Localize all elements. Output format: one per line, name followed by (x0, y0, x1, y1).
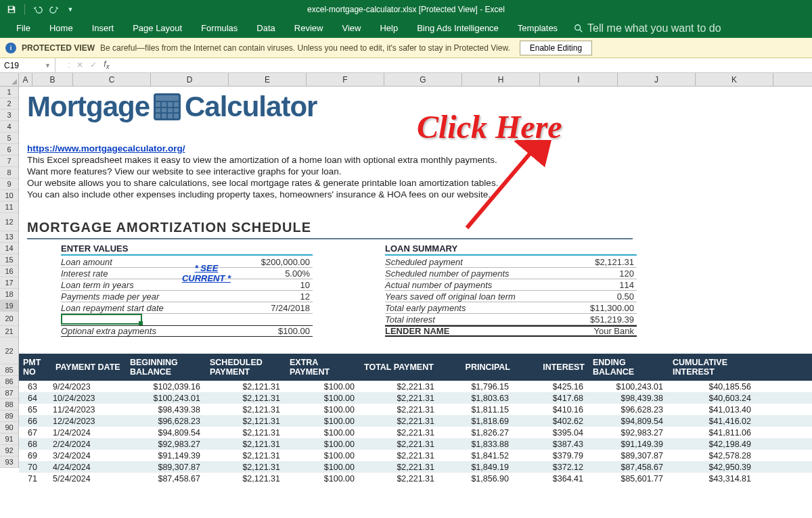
tab-data[interactable]: Data (247, 19, 284, 38)
ev-value[interactable]: $200,000.00 (237, 257, 313, 267)
fx-icon[interactable]: fx (104, 60, 109, 70)
row-header[interactable]: 86 (0, 376, 18, 387)
grid-body[interactable]: Mortgage Calculator https://www.mortgage… (19, 87, 812, 468)
row-header[interactable]: 93 (0, 456, 18, 468)
row-header[interactable]: 87 (0, 387, 18, 399)
row-header[interactable]: 11 (0, 202, 18, 213)
cell-end: $96,628.23 (589, 405, 669, 415)
enter-values-row[interactable]: Loan repayment start date7/24/2018 (61, 302, 313, 314)
row-header[interactable]: 85 (0, 364, 18, 376)
tab-home[interactable]: Home (40, 19, 83, 38)
cell-beg: $87,458.67 (126, 474, 206, 484)
amortization-row[interactable]: 671/24/2024$94,809.54$2,121.31$100.00$2,… (19, 427, 812, 438)
row-header[interactable]: 19 (0, 300, 18, 312)
row-header[interactable]: 13 (0, 231, 18, 243)
enter-values-row[interactable]: Interest rate* SEE CURRENT *5.00% (61, 268, 313, 279)
ls-value: 0.50 (561, 291, 637, 302)
amortization-row[interactable]: 639/24/2023$102,039.16$2,121.31$100.00$2… (19, 381, 812, 392)
ev-value[interactable]: 7/24/2018 (237, 303, 313, 313)
row-header[interactable]: 10 (0, 190, 18, 202)
select-all-triangle[interactable] (0, 73, 19, 86)
redo-icon[interactable] (48, 3, 60, 16)
accept-formula-icon[interactable]: ✓ (90, 60, 97, 70)
tab-page-layout[interactable]: Page Layout (123, 19, 191, 38)
amortization-row[interactable]: 6410/24/2023$100,243.01$2,121.31$100.00$… (19, 392, 812, 404)
optional-extra-row[interactable]: Optional extra payments$100.00 (61, 325, 313, 337)
col-header[interactable]: B (32, 73, 73, 86)
row-header[interactable]: 21 (0, 326, 18, 337)
amortization-row[interactable]: 6511/24/2023$98,439.38$2,121.31$100.00$2… (19, 404, 812, 415)
col-header[interactable]: F (307, 73, 384, 86)
col-header[interactable]: I (540, 73, 618, 86)
row-header[interactable]: 15 (0, 254, 18, 266)
undo-icon[interactable] (32, 3, 44, 16)
col-header[interactable]: H (462, 73, 540, 86)
row-header[interactable]: 12 (0, 213, 18, 231)
col-header[interactable]: E (229, 73, 307, 86)
tab-insert[interactable]: Insert (83, 19, 124, 38)
col-header[interactable]: A (19, 73, 32, 86)
enter-values-row[interactable]: Payments made per year12 (61, 291, 313, 302)
row-header[interactable]: 9 (0, 179, 18, 190)
chevron-down-icon[interactable]: ▼ (45, 62, 51, 69)
ev-value[interactable]: 12 (237, 291, 313, 302)
amortization-row[interactable]: 6612/24/2023$96,628.23$2,121.31$100.00$2… (19, 415, 812, 427)
row-header[interactable]: 20 (0, 312, 18, 326)
website-link[interactable]: https://www.mortgagecalculator.org/ (27, 143, 185, 154)
col-header[interactable]: G (384, 73, 462, 86)
row-header[interactable]: 14 (0, 243, 18, 254)
row-header[interactable]: 3 (0, 110, 18, 121)
row-header[interactable]: 17 (0, 277, 18, 289)
row-header[interactable]: 2 (0, 98, 18, 110)
tab-templates[interactable]: Templates (508, 19, 567, 38)
tab-view[interactable]: View (332, 19, 370, 38)
save-icon[interactable] (5, 3, 18, 16)
cell-sched: $2,121.31 (206, 405, 286, 415)
header-principal: PRINCIPAL (440, 362, 514, 372)
cell-date: 10/24/2023 (51, 394, 126, 403)
cell-total: $2,221.31 (360, 382, 440, 392)
lender-value[interactable]: Your Bank (561, 326, 637, 336)
row-header[interactable]: 88 (0, 399, 18, 410)
lender-name-row[interactable]: LENDER NAMEYour Bank (385, 325, 637, 337)
row-header[interactable]: 22 (0, 337, 18, 364)
cell-total: $2,221.31 (360, 428, 440, 438)
col-header[interactable]: J (618, 73, 696, 86)
tab-file[interactable]: File (7, 19, 40, 38)
tab-bing-ads[interactable]: Bing Ads Intelligence (407, 19, 508, 38)
cell-end: $100,243.01 (589, 382, 669, 392)
tab-review[interactable]: Review (285, 19, 333, 38)
row-header[interactable]: 90 (0, 422, 18, 433)
row-header[interactable]: 6 (0, 144, 18, 156)
row-header[interactable]: 92 (0, 445, 18, 456)
row-header[interactable]: 18 (0, 289, 18, 300)
tab-help[interactable]: Help (370, 19, 407, 38)
col-header[interactable]: D (151, 73, 229, 86)
row-header[interactable]: 1 (0, 87, 18, 98)
cell-beg: $98,439.38 (126, 405, 206, 415)
amortization-row[interactable]: 682/24/2024$92,983.27$2,121.31$100.00$2,… (19, 438, 812, 450)
cancel-formula-icon[interactable]: ✕ (76, 60, 83, 70)
ev-mid[interactable]: * SEE CURRENT * (176, 263, 237, 283)
ev-value[interactable]: $100.00 (237, 326, 313, 336)
row-header[interactable]: 16 (0, 266, 18, 277)
col-header[interactable]: K (696, 73, 773, 86)
ev-value[interactable]: 10 (237, 280, 313, 290)
cell-pmt-no: 65 (19, 405, 51, 415)
amortization-row[interactable]: 715/24/2024$87,458.67$2,121.31$100.00$2,… (19, 473, 812, 484)
row-header[interactable]: 8 (0, 167, 18, 179)
ev-value[interactable]: 5.00% (237, 268, 313, 279)
row-header[interactable]: 5 (0, 133, 18, 144)
tab-formulas[interactable]: Formulas (191, 19, 247, 38)
row-header[interactable]: 89 (0, 410, 18, 422)
amortization-row[interactable]: 693/24/2024$91,149.39$2,121.31$100.00$2,… (19, 450, 812, 461)
enable-editing-button[interactable]: Enable Editing (520, 41, 592, 55)
row-header[interactable]: 7 (0, 156, 18, 167)
amortization-row[interactable]: 704/24/2024$89,307.87$2,121.31$100.00$2,… (19, 461, 812, 473)
qat-dropdown-icon[interactable]: ▼ (64, 3, 76, 16)
row-header[interactable]: 4 (0, 121, 18, 133)
name-box[interactable]: C19 ▼ (0, 58, 55, 72)
row-header[interactable]: 91 (0, 433, 18, 445)
col-header[interactable]: C (73, 73, 151, 86)
tell-me-search[interactable]: Tell me what you want to do (567, 19, 721, 38)
